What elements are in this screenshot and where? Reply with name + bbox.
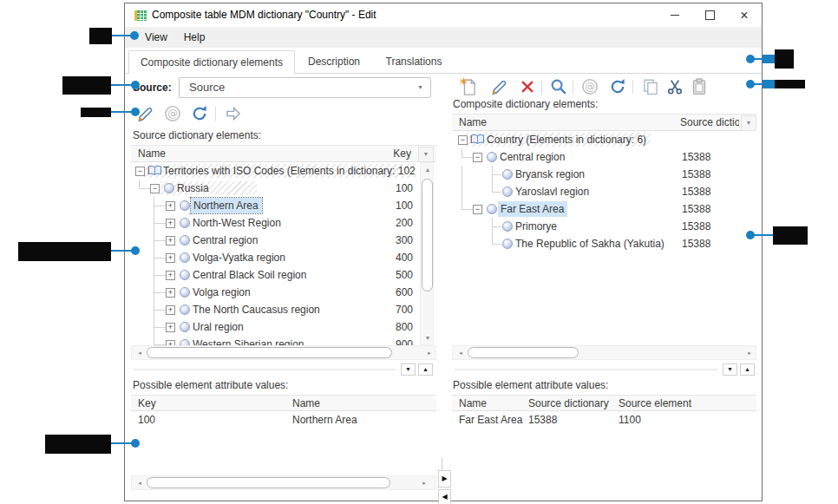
source-dropdown[interactable]: Source ▼	[179, 77, 431, 98]
scroll-left-icon[interactable]: ◂	[134, 350, 146, 357]
expander-icon[interactable]: +	[166, 236, 175, 245]
expander-icon[interactable]: −	[473, 205, 482, 214]
element-sphere-icon	[502, 221, 513, 232]
collapse-down-icon[interactable]: ▼	[723, 363, 737, 376]
expander-icon[interactable]: −	[458, 135, 468, 145]
source-tree-label: Source dictionary elements:	[133, 129, 261, 141]
scroll-up-icon[interactable]: ▲	[421, 167, 435, 173]
table-row[interactable]: − Territories with ISO Codes (Elements i…	[131, 162, 417, 180]
source-dictionary-cell: 15388	[682, 148, 710, 166]
menu-view[interactable]: View	[139, 27, 173, 48]
expander-icon[interactable]: −	[473, 153, 482, 162]
table-row[interactable]: − Russia 100	[131, 180, 417, 197]
expander-icon[interactable]: +	[166, 323, 175, 332]
callout-dot	[131, 81, 140, 89]
table-row[interactable]: + Northern Area 100	[131, 197, 417, 214]
copy-icon[interactable]	[641, 77, 660, 96]
refresh-icon[interactable]	[608, 77, 627, 96]
expander-icon[interactable]: +	[166, 305, 175, 315]
column-chooser-icon[interactable]: ▼	[418, 147, 434, 162]
scroll-down-icon[interactable]: ▼	[421, 335, 435, 341]
toolbar-separator	[632, 80, 633, 94]
scrollbar-thumb[interactable]	[422, 179, 433, 291]
column-header-name[interactable]: Name	[292, 396, 414, 411]
table-row[interactable]: + Volga region 600	[131, 284, 417, 301]
scroll-right-icon[interactable]: ▸	[423, 350, 435, 357]
add-new-icon[interactable]: *	[459, 77, 478, 96]
table-row[interactable]: + Central Black Soil region 500	[131, 266, 417, 284]
collapse-down-icon[interactable]: ▼	[401, 363, 416, 376]
refresh-icon[interactable]	[190, 104, 209, 123]
table-row[interactable]: The Republic of Sakha (Yakutia) 15388	[452, 235, 756, 252]
expander-icon[interactable]: −	[150, 184, 160, 193]
table-row[interactable]: 100 Northern Area	[131, 411, 436, 429]
expand-left-icon[interactable]: ◀	[438, 489, 451, 504]
expander-icon[interactable]: +	[166, 253, 175, 263]
table-row[interactable]: Far East Area 15388 1100	[452, 411, 756, 429]
scroll-left-icon[interactable]: ◂	[455, 350, 467, 357]
table-row[interactable]: Yaroslavl region 15388	[452, 183, 756, 200]
table-row[interactable]: + The North Caucasus region 700	[131, 301, 417, 318]
table-row[interactable]: + Ural region 800	[131, 318, 417, 336]
right-splitter[interactable]: ▼ ▲	[452, 363, 756, 376]
table-row[interactable]: + Central region 300	[131, 232, 417, 249]
scroll-right-icon[interactable]: ▸	[743, 350, 756, 357]
expander-icon[interactable]: +	[166, 288, 175, 298]
scrollbar-thumb[interactable]	[147, 347, 392, 358]
menu-bar: View Help	[125, 27, 762, 48]
column-header-name[interactable]: Name	[459, 396, 524, 411]
expander-icon[interactable]: +	[166, 201, 175, 211]
vertical-scrollbar[interactable]: ▲ ▼	[420, 162, 434, 345]
collapse-up-icon[interactable]: ▲	[740, 363, 755, 376]
tab-translations[interactable]: Translations	[374, 51, 454, 73]
element-sphere-icon	[180, 235, 190, 245]
column-header-name[interactable]: Name	[138, 146, 311, 161]
column-chooser-icon[interactable]: ▼	[741, 115, 756, 131]
column-header-source-dictionary[interactable]: Source dictionary	[680, 115, 739, 130]
tree-connector	[492, 192, 501, 193]
horizontal-scrollbar[interactable]: ◂ ▸	[131, 475, 436, 490]
expander-icon[interactable]: +	[166, 219, 175, 228]
composite-toolbar: * @	[446, 75, 758, 99]
table-row[interactable]: + North-West Region 200	[131, 214, 417, 232]
tree-connector	[492, 183, 493, 192]
column-header-key[interactable]: Key	[359, 146, 411, 161]
move-right-arrow-icon[interactable]	[224, 104, 243, 123]
expander-icon[interactable]: −	[135, 167, 145, 176]
horizontal-scrollbar[interactable]: ◂ ▸	[452, 345, 756, 360]
tab-composite-dictionary-elements[interactable]: Composite dictionary elements	[128, 50, 295, 74]
scroll-left-icon[interactable]: ◂	[134, 480, 146, 487]
title-bar[interactable]: Composite table MDM dictionary "Country"…	[125, 3, 762, 27]
scroll-right-icon[interactable]: ▸	[418, 480, 430, 487]
tab-description[interactable]: Description	[298, 51, 370, 73]
table-row[interactable]: − Country (Elements in dictionary: 6)	[452, 131, 756, 148]
cut-scissors-icon[interactable]	[665, 77, 684, 96]
column-header-name[interactable]: Name	[459, 115, 632, 130]
menu-help[interactable]: Help	[177, 27, 212, 48]
horizontal-scrollbar[interactable]: ◂ ▸	[131, 345, 436, 360]
search-icon[interactable]	[549, 77, 568, 96]
left-splitter[interactable]: ▼ ▲	[131, 363, 436, 376]
column-header-source-dictionary[interactable]: Source dictionary	[528, 396, 615, 411]
table-row[interactable]: − Central region 15388	[452, 148, 756, 166]
collapse-up-icon[interactable]: ▲	[418, 363, 433, 376]
expander-icon[interactable]: +	[166, 271, 175, 280]
column-header-source-element[interactable]: Source element	[619, 396, 705, 411]
scrollbar-thumb[interactable]	[468, 347, 579, 358]
table-row[interactable]: + Western Siberian region 900	[131, 336, 417, 345]
chevron-down-icon[interactable]: ▼	[417, 78, 423, 97]
table-row[interactable]: − Far East Area 15388	[452, 200, 756, 218]
table-row[interactable]: Primorye 15388	[452, 218, 756, 235]
table-row[interactable]: + Volga-Vyatka region 400	[131, 249, 417, 266]
maximize-button[interactable]	[692, 3, 727, 27]
close-button[interactable]: ×	[727, 3, 762, 27]
table-row[interactable]: Bryansk region 15388	[452, 166, 756, 183]
scrollbar-thumb[interactable]	[147, 477, 390, 488]
column-header-key[interactable]: Key	[138, 396, 225, 411]
key-cell: 800	[359, 318, 413, 336]
composite-tree-rows: − Country (Elements in dictionary: 6) − …	[452, 131, 756, 345]
minimize-button[interactable]	[658, 3, 692, 27]
expand-right-icon[interactable]: ▶	[438, 470, 451, 488]
delete-x-icon[interactable]	[518, 77, 537, 96]
edit-pencil-icon[interactable]	[490, 77, 509, 96]
